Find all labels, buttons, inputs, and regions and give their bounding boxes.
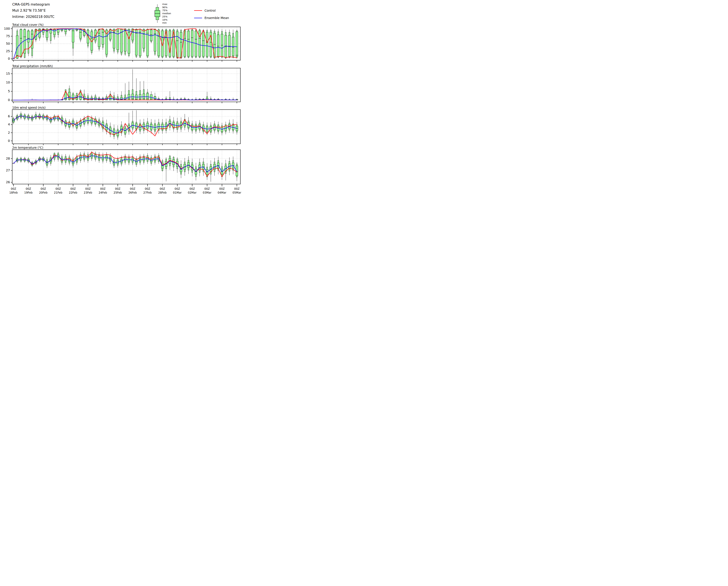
x-tick-hour-label: 00Z xyxy=(175,187,180,190)
box-whisker xyxy=(165,157,167,181)
gridlines xyxy=(12,110,240,144)
x-tick-hour-label: 00Z xyxy=(160,187,165,190)
box-whisker xyxy=(217,29,219,58)
box-whisker xyxy=(210,29,212,58)
box-25-75 xyxy=(24,29,26,53)
panel-title: 10m wind speed (m/s) xyxy=(12,106,46,109)
box-whisker xyxy=(79,29,82,42)
box-whisker xyxy=(79,89,82,100)
box-whisker xyxy=(213,29,216,59)
y-tick-label: 6 xyxy=(8,114,10,118)
box-whisker xyxy=(87,29,89,48)
box-whisker xyxy=(131,111,134,132)
x-tick-day-label: 28Feb xyxy=(158,191,167,194)
box-25-75 xyxy=(53,29,55,35)
panel-frame xyxy=(12,110,240,144)
box-whiskers xyxy=(12,151,238,182)
x-tick-hour-label: 00Z xyxy=(189,187,195,190)
legend-ensemble-label: Ensemble Mean xyxy=(205,16,229,20)
box-whisker xyxy=(161,119,163,134)
x-tick-day-label: 01Mar xyxy=(173,191,182,194)
box-whisker xyxy=(176,29,178,59)
box-whiskers xyxy=(12,69,238,100)
box-25-75 xyxy=(131,29,134,40)
x-tick-day-label: 24Feb xyxy=(99,191,107,194)
box-whisker xyxy=(206,29,208,58)
x-tick-day-label: 22Feb xyxy=(69,191,77,194)
x-tick-hour-label: 00Z xyxy=(115,187,121,190)
box-whisker xyxy=(184,29,186,58)
x-tick-hour-label: 00Z xyxy=(100,187,106,190)
y-tick-label: 15 xyxy=(6,72,10,75)
box-whisker xyxy=(120,121,123,136)
x-tick-hour-label: 00Z xyxy=(41,187,46,190)
box-whisker xyxy=(206,92,208,100)
meteogram-page: 0255075100Total cloud cover (%)051015Tot… xyxy=(0,0,243,195)
y-tick-label: 0 xyxy=(8,57,10,60)
box-whisker xyxy=(173,156,175,171)
y-tick-label: 100 xyxy=(4,27,10,30)
box-whisker xyxy=(154,93,156,100)
y-tick-label: 4 xyxy=(8,123,10,126)
y-tick-label: 27 xyxy=(6,169,10,172)
box-whisker xyxy=(187,29,189,58)
cloud-panel: 0255075100Total cloud cover (%) xyxy=(4,23,240,61)
x-tick-day-label: 20Feb xyxy=(39,191,48,194)
x-tick-day-label: 02Mar xyxy=(188,191,197,194)
box-25-75 xyxy=(206,32,208,56)
box-whisker xyxy=(176,118,178,132)
x-tick-day-label: 04Mar xyxy=(217,191,227,194)
y-tick-label: 50 xyxy=(6,42,10,46)
box-25-75 xyxy=(154,29,156,51)
box-whisker xyxy=(124,29,126,56)
box-25-75 xyxy=(87,30,89,43)
box-25-75 xyxy=(79,29,82,38)
box-whisker xyxy=(38,29,41,41)
y-tick-label: 26 xyxy=(6,180,10,184)
box-whisker xyxy=(102,29,104,50)
x-tick-day-label: 23Feb xyxy=(84,191,92,194)
box-whisker xyxy=(142,29,145,53)
x-tick-day-label: 03Mar xyxy=(203,191,212,194)
x-tick-hour-label: 00Z xyxy=(204,187,210,190)
y-tick-label: 0 xyxy=(8,98,10,102)
y-tick-label: 0 xyxy=(8,139,10,143)
box-whisker xyxy=(98,29,100,51)
x-tick-hour-label: 00Z xyxy=(26,187,31,190)
box-25-75 xyxy=(191,30,193,56)
legend-box-label: median xyxy=(162,12,171,15)
wind-panel: 024610m wind speed (m/s) xyxy=(8,106,240,145)
box-whisker xyxy=(180,29,182,59)
x-tick-day-label: 27Feb xyxy=(143,191,152,194)
box-whisker xyxy=(169,155,171,170)
box-25-75 xyxy=(83,29,85,35)
box-25-75 xyxy=(128,29,130,53)
box-whisker xyxy=(113,29,115,53)
box-whisker xyxy=(199,29,201,58)
x-tick-day-label: 05Mar xyxy=(232,191,241,194)
box-25-75 xyxy=(228,35,231,56)
box-whisker xyxy=(128,113,130,135)
gridlines xyxy=(12,68,240,102)
x-tick-hour-label: 00Z xyxy=(85,187,90,190)
box-whisker xyxy=(16,29,18,59)
x-tick-hour-label: 00Z xyxy=(55,187,61,190)
x-tick-hour-label: 00Z xyxy=(234,187,240,190)
box-25-75 xyxy=(116,29,119,50)
y-tick-label: 2 xyxy=(8,131,10,134)
box-25-75 xyxy=(150,30,152,41)
panel-title: Total cloud cover (%) xyxy=(12,23,44,26)
box-whisker xyxy=(20,111,22,120)
box-whisker xyxy=(35,112,37,120)
box-25-75 xyxy=(217,35,219,56)
box-whiskers xyxy=(12,110,238,139)
x-tick-day-label: 18Feb xyxy=(9,191,18,194)
box-whisker xyxy=(135,29,137,58)
box-whisker xyxy=(128,29,130,57)
box-whisker xyxy=(24,29,26,58)
box-whisker xyxy=(147,29,149,58)
box-25-75 xyxy=(147,29,149,56)
legend: max90%75%median25%10%minControlEnsemble … xyxy=(155,3,229,24)
x-tick-day-label: 19Feb xyxy=(24,191,33,194)
box-whisker xyxy=(131,69,134,100)
